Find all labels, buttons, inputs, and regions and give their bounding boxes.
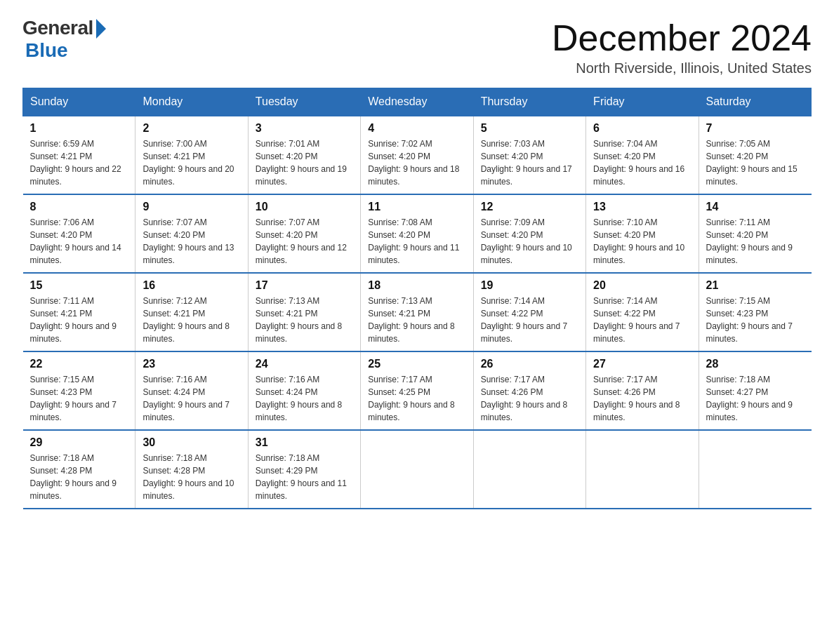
sunrise-label: Sunrise: 7:14 AM	[481, 296, 545, 306]
week-row-4: 22 Sunrise: 7:15 AM Sunset: 4:23 PM Dayl…	[23, 351, 812, 430]
day-number: 29	[30, 436, 128, 449]
day-info: Sunrise: 7:09 AM Sunset: 4:20 PM Dayligh…	[481, 216, 578, 267]
sunset-label: Sunset: 4:24 PM	[256, 387, 318, 397]
day-info: Sunrise: 7:00 AM Sunset: 4:21 PM Dayligh…	[143, 137, 240, 188]
day-cell: 15 Sunrise: 7:11 AM Sunset: 4:21 PM Dayl…	[23, 273, 135, 351]
day-number: 13	[593, 201, 691, 213]
day-number: 5	[481, 122, 578, 135]
sunset-label: Sunset: 4:26 PM	[593, 387, 656, 397]
day-number: 26	[481, 358, 578, 370]
sunset-label: Sunset: 4:23 PM	[706, 309, 769, 318]
day-info: Sunrise: 7:05 AM Sunset: 4:20 PM Dayligh…	[706, 137, 805, 188]
day-number: 20	[593, 279, 691, 292]
week-row-5: 29 Sunrise: 7:18 AM Sunset: 4:28 PM Dayl…	[23, 430, 812, 509]
day-info: Sunrise: 7:16 AM Sunset: 4:24 PM Dayligh…	[143, 373, 240, 424]
day-number: 6	[593, 122, 691, 135]
daylight-label: Daylight: 9 hours and 9 minutes.	[706, 243, 793, 265]
sunrise-label: Sunrise: 7:07 AM	[256, 217, 319, 227]
day-cell: 17 Sunrise: 7:13 AM Sunset: 4:21 PM Dayl…	[248, 273, 360, 351]
day-number: 22	[30, 358, 128, 370]
day-cell: 2 Sunrise: 7:00 AM Sunset: 4:21 PM Dayli…	[135, 116, 248, 194]
sunrise-label: Sunrise: 7:14 AM	[593, 296, 657, 306]
sunset-label: Sunset: 4:21 PM	[30, 309, 93, 318]
day-cell: 1 Sunrise: 6:59 AM Sunset: 4:21 PM Dayli…	[23, 116, 135, 194]
sunrise-label: Sunrise: 7:18 AM	[256, 453, 319, 463]
day-info: Sunrise: 7:16 AM Sunset: 4:24 PM Dayligh…	[256, 373, 353, 424]
day-info: Sunrise: 7:18 AM Sunset: 4:28 PM Dayligh…	[143, 452, 240, 502]
day-cell: 12 Sunrise: 7:09 AM Sunset: 4:20 PM Dayl…	[473, 194, 585, 273]
day-number: 14	[706, 201, 805, 213]
day-cell: 5 Sunrise: 7:03 AM Sunset: 4:20 PM Dayli…	[473, 116, 585, 194]
sunrise-label: Sunrise: 7:17 AM	[593, 375, 657, 384]
day-cell: 24 Sunrise: 7:16 AM Sunset: 4:24 PM Dayl…	[248, 351, 360, 430]
sunset-label: Sunset: 4:20 PM	[706, 230, 769, 240]
day-info: Sunrise: 7:11 AM Sunset: 4:20 PM Dayligh…	[706, 216, 805, 267]
sunset-label: Sunset: 4:27 PM	[706, 387, 769, 397]
daylight-label: Daylight: 9 hours and 11 minutes.	[256, 478, 347, 501]
sunrise-label: Sunrise: 7:08 AM	[368, 217, 432, 227]
logo: General Blue	[22, 17, 106, 62]
day-cell: 25 Sunrise: 7:17 AM Sunset: 4:25 PM Dayl…	[361, 351, 473, 430]
sunrise-label: Sunrise: 7:11 AM	[30, 296, 94, 306]
day-info: Sunrise: 7:14 AM Sunset: 4:22 PM Dayligh…	[593, 295, 691, 345]
sunset-label: Sunset: 4:21 PM	[30, 152, 93, 161]
title-area: December 2024 North Riverside, Illinois,…	[552, 17, 812, 76]
day-info: Sunrise: 6:59 AM Sunset: 4:21 PM Dayligh…	[30, 137, 128, 188]
day-header-sunday: Sunday	[23, 88, 135, 116]
daylight-label: Daylight: 9 hours and 8 minutes.	[143, 321, 229, 344]
day-cell	[361, 430, 473, 509]
sunrise-label: Sunrise: 7:06 AM	[30, 217, 94, 227]
day-number: 8	[30, 201, 128, 213]
day-info: Sunrise: 7:15 AM Sunset: 4:23 PM Dayligh…	[30, 373, 128, 424]
sunrise-label: Sunrise: 7:18 AM	[143, 453, 206, 463]
daylight-label: Daylight: 9 hours and 10 minutes.	[143, 478, 234, 501]
daylight-label: Daylight: 9 hours and 9 minutes.	[30, 478, 117, 501]
day-header-tuesday: Tuesday	[248, 88, 360, 116]
day-number: 21	[706, 279, 805, 292]
day-cell: 14 Sunrise: 7:11 AM Sunset: 4:20 PM Dayl…	[699, 194, 811, 273]
day-info: Sunrise: 7:15 AM Sunset: 4:23 PM Dayligh…	[706, 295, 805, 345]
day-header-thursday: Thursday	[473, 88, 585, 116]
day-number: 16	[143, 279, 240, 292]
week-row-1: 1 Sunrise: 6:59 AM Sunset: 4:21 PM Dayli…	[23, 116, 812, 194]
day-info: Sunrise: 7:07 AM Sunset: 4:20 PM Dayligh…	[143, 216, 240, 267]
day-info: Sunrise: 7:17 AM Sunset: 4:25 PM Dayligh…	[368, 373, 465, 424]
sunrise-label: Sunrise: 6:59 AM	[30, 139, 94, 149]
sunset-label: Sunset: 4:20 PM	[256, 230, 318, 240]
header-row: SundayMondayTuesdayWednesdayThursdayFrid…	[23, 88, 812, 116]
daylight-label: Daylight: 9 hours and 8 minutes.	[368, 321, 454, 344]
day-info: Sunrise: 7:18 AM Sunset: 4:29 PM Dayligh…	[256, 452, 353, 502]
day-number: 19	[481, 279, 578, 292]
day-number: 4	[368, 122, 465, 135]
day-info: Sunrise: 7:10 AM Sunset: 4:20 PM Dayligh…	[593, 216, 691, 267]
day-number: 11	[368, 201, 465, 213]
sunrise-label: Sunrise: 7:17 AM	[368, 375, 432, 384]
day-info: Sunrise: 7:04 AM Sunset: 4:20 PM Dayligh…	[593, 137, 691, 188]
day-cell: 26 Sunrise: 7:17 AM Sunset: 4:26 PM Dayl…	[473, 351, 585, 430]
daylight-label: Daylight: 9 hours and 15 minutes.	[706, 164, 797, 187]
sunset-label: Sunset: 4:20 PM	[256, 152, 318, 161]
day-info: Sunrise: 7:06 AM Sunset: 4:20 PM Dayligh…	[30, 216, 128, 267]
daylight-label: Daylight: 9 hours and 7 minutes.	[706, 321, 793, 344]
day-info: Sunrise: 7:07 AM Sunset: 4:20 PM Dayligh…	[256, 216, 353, 267]
sunset-label: Sunset: 4:22 PM	[593, 309, 656, 318]
sunset-label: Sunset: 4:20 PM	[143, 230, 205, 240]
day-cell	[699, 430, 811, 509]
day-number: 27	[593, 358, 691, 370]
sunrise-label: Sunrise: 7:01 AM	[256, 139, 319, 149]
day-cell: 19 Sunrise: 7:14 AM Sunset: 4:22 PM Dayl…	[473, 273, 585, 351]
day-cell: 6 Sunrise: 7:04 AM Sunset: 4:20 PM Dayli…	[586, 116, 699, 194]
day-number: 3	[256, 122, 353, 135]
daylight-label: Daylight: 9 hours and 19 minutes.	[256, 164, 347, 187]
sunset-label: Sunset: 4:20 PM	[30, 230, 93, 240]
day-cell	[473, 430, 585, 509]
daylight-label: Daylight: 9 hours and 10 minutes.	[593, 243, 684, 265]
sunset-label: Sunset: 4:23 PM	[30, 387, 93, 397]
day-cell: 29 Sunrise: 7:18 AM Sunset: 4:28 PM Dayl…	[23, 430, 135, 509]
day-number: 12	[481, 201, 578, 213]
sunset-label: Sunset: 4:21 PM	[256, 309, 318, 318]
day-number: 18	[368, 279, 465, 292]
sunrise-label: Sunrise: 7:09 AM	[481, 217, 545, 227]
daylight-label: Daylight: 9 hours and 8 minutes.	[481, 400, 567, 422]
day-number: 25	[368, 358, 465, 370]
